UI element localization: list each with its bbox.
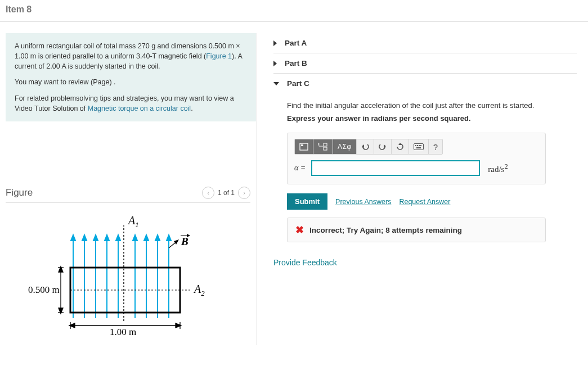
part-c-label: Part C: [287, 79, 309, 88]
svg-marker-15: [155, 235, 160, 241]
part-c-header[interactable]: Part C: [273, 73, 577, 93]
svg-marker-22: [187, 234, 190, 237]
figure-1-link[interactable]: Figure 1: [206, 52, 232, 60]
chevron-right-icon: [273, 40, 277, 46]
reset-icon[interactable]: [392, 139, 409, 154]
b-field-arrows-icon: [71, 235, 171, 318]
equation-toolbar: ΑΣφ ?: [294, 139, 443, 155]
review-hint: You may want to review (Page) .: [15, 77, 247, 87]
svg-rect-42: [414, 144, 423, 150]
label-a1: A1: [127, 214, 139, 229]
chevron-right-icon: [273, 61, 277, 66]
svg-marker-7: [105, 235, 109, 241]
undo-icon[interactable]: [357, 139, 374, 154]
chevron-down-icon: [273, 82, 279, 85]
right-column: Part A Part B Part C Find the initial an…: [256, 33, 588, 345]
svg-rect-36: [301, 144, 303, 146]
template-icon[interactable]: [295, 139, 313, 154]
part-b-header[interactable]: Part B: [273, 53, 577, 73]
feedback-text: Incorrect; Try Again; 8 attempts remaini…: [309, 226, 462, 234]
problem-text-3b: .: [191, 105, 192, 112]
provide-feedback-link[interactable]: Provide Feedback: [273, 258, 577, 267]
keyboard-icon[interactable]: [409, 139, 429, 154]
svg-rect-44: [417, 145, 418, 146]
problem-statement: A uniform rectangular coil of total mass…: [6, 33, 256, 121]
svg-marker-20: [174, 239, 179, 245]
feedback-message: ✖ Incorrect; Try Again; 8 attempts remai…: [287, 218, 546, 242]
svg-marker-17: [167, 235, 171, 241]
figure-nav-label: 1 of 1: [218, 189, 235, 197]
svg-marker-1: [71, 235, 75, 241]
submit-button[interactable]: Submit: [287, 193, 327, 210]
label-width: 1.00 m: [110, 327, 136, 337]
label-b: B: [181, 236, 188, 247]
svg-rect-43: [415, 145, 416, 146]
figure-next-button[interactable]: ›: [238, 187, 250, 199]
item-title: Item 8: [0, 0, 588, 22]
svg-marker-5: [93, 235, 98, 241]
fraction-icon[interactable]: [313, 139, 333, 154]
figure-diagram: A1 B A2: [6, 203, 250, 345]
figure-heading: Figure: [6, 187, 33, 198]
answer-unit: rad/s2: [484, 162, 508, 174]
svg-marker-11: [133, 235, 137, 241]
part-b-label: Part B: [285, 59, 307, 67]
svg-rect-47: [416, 147, 421, 148]
request-answer-link[interactable]: Request Answer: [399, 198, 450, 206]
svg-marker-9: [116, 235, 120, 241]
svg-rect-35: [300, 143, 308, 150]
part-c-hint: Express your answer in radians per secon…: [287, 114, 577, 123]
video-tutor-link[interactable]: Magnetic torque on a circular coil: [88, 105, 191, 112]
svg-rect-45: [419, 145, 420, 146]
answer-variable: α =: [294, 164, 307, 173]
answer-input[interactable]: [311, 160, 480, 176]
part-c-prompt: Find the initial angular acceleration of…: [287, 101, 577, 110]
part-a-label: Part A: [285, 39, 307, 47]
part-a-header[interactable]: Part A: [273, 33, 577, 53]
help-button[interactable]: ?: [429, 139, 442, 154]
part-c-content: Find the initial angular acceleration of…: [273, 93, 577, 242]
svg-rect-46: [420, 145, 421, 146]
figure-prev-button[interactable]: ‹: [202, 187, 214, 199]
svg-rect-37: [324, 143, 327, 146]
svg-marker-13: [144, 235, 149, 241]
previous-answers-link[interactable]: Previous Answers: [335, 198, 391, 206]
svg-rect-38: [324, 147, 327, 150]
answer-panel: ΑΣφ ?: [287, 133, 546, 184]
redo-icon[interactable]: [374, 139, 392, 154]
label-height: 0.500 m: [28, 284, 60, 295]
error-icon: ✖: [295, 224, 304, 236]
svg-marker-3: [82, 235, 87, 241]
label-a2: A2: [193, 283, 205, 297]
greek-letters-button[interactable]: ΑΣφ: [333, 139, 357, 154]
left-column: A uniform rectangular coil of total mass…: [0, 22, 256, 345]
